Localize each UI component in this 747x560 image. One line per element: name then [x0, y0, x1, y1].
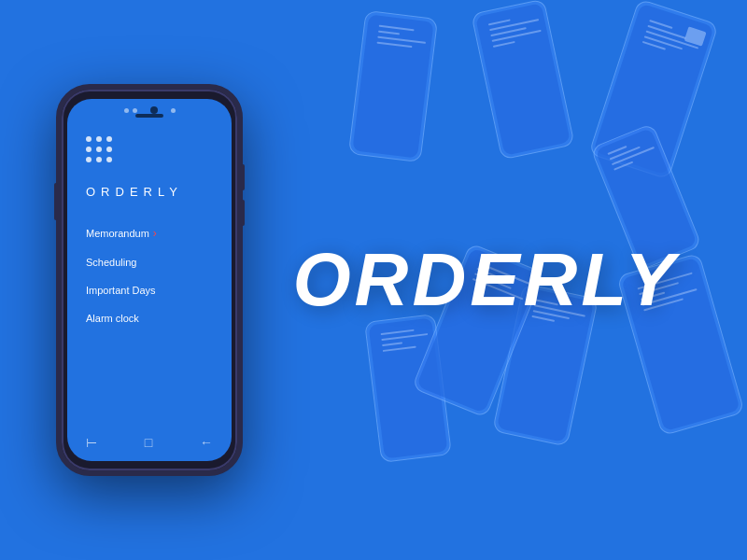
phone-nav-recent-icon[interactable]: ⊢ [86, 435, 97, 450]
phone-app-title: ORDERLY [86, 185, 213, 199]
dot-8 [96, 157, 102, 162]
nav-alarm-clock[interactable]: Alarm clock [86, 313, 213, 324]
phone-top-bar [67, 99, 232, 121]
status-dot-3 [171, 108, 176, 113]
nav-scheduling-label: Scheduling [86, 257, 136, 268]
main-layout: ORDERLY Memorandum › Scheduling Importan… [0, 0, 747, 560]
background: ORDERLY Memorandum › Scheduling Importan… [0, 0, 747, 560]
nav-memorandum[interactable]: Memorandum › [86, 227, 213, 240]
dot-3 [106, 136, 112, 142]
right-panel: ORDERLY [243, 237, 691, 323]
dot-5 [96, 147, 102, 152]
nav-memorandum-label: Memorandum [86, 228, 149, 239]
phone-bottom-nav: ⊢ □ ← [67, 424, 232, 461]
power-button [54, 183, 58, 220]
app-dots-grid [86, 136, 213, 162]
vol-down-button [241, 200, 245, 226]
phone-nav-back-icon[interactable]: ← [200, 435, 213, 450]
phone-screen: ORDERLY Memorandum › Scheduling Importan… [67, 99, 232, 461]
phone-nav-home-icon[interactable]: □ [145, 435, 152, 450]
front-camera [150, 106, 158, 114]
dot-4 [86, 147, 92, 152]
status-dot-2 [133, 108, 137, 113]
phone-app-content: ORDERLY Memorandum › Scheduling Importan… [67, 121, 232, 424]
app-title-hero: ORDERLY [292, 237, 678, 323]
nav-scheduling[interactable]: Scheduling [86, 257, 213, 268]
speaker [135, 114, 163, 118]
nav-memorandum-arrow: › [153, 227, 157, 240]
nav-alarm-clock-label: Alarm clock [86, 313, 139, 324]
nav-important-days-label: Important Days [86, 285, 156, 296]
nav-important-days[interactable]: Important Days [86, 285, 213, 296]
dot-9 [106, 157, 112, 162]
dot-6 [106, 147, 112, 152]
dot-2 [96, 136, 102, 142]
phone-mockup: ORDERLY Memorandum › Scheduling Importan… [56, 84, 243, 476]
status-dot-1 [124, 108, 129, 113]
dot-7 [86, 157, 92, 162]
dot-1 [86, 136, 92, 142]
vol-up-button [241, 164, 245, 190]
